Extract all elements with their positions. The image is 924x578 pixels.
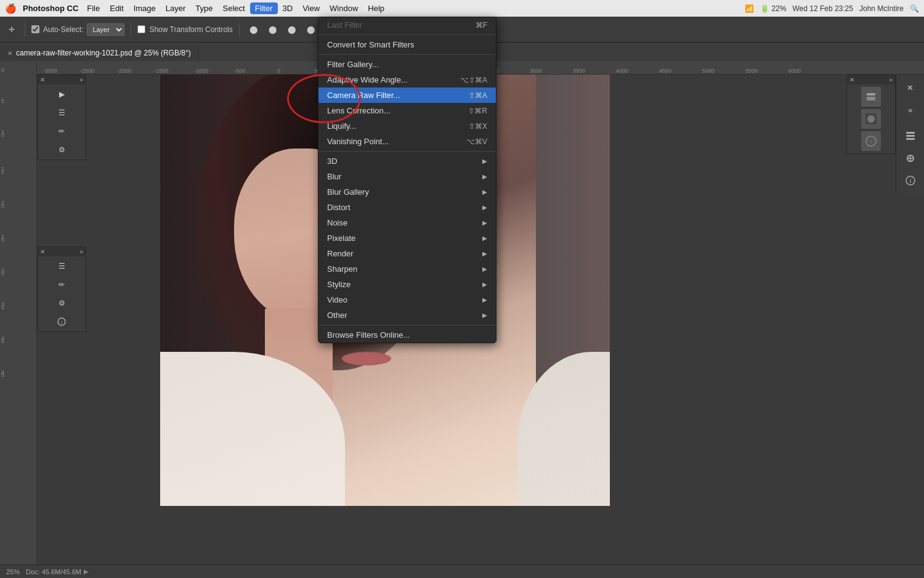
char-mini-panel: ✕ » ☰ ✏ ⚙ i — [37, 246, 86, 332]
panels-close-btn[interactable]: ✕ — [900, 77, 921, 98]
filter-video[interactable]: Video ▶ — [318, 292, 496, 307]
info-icon: i — [905, 175, 916, 186]
ruler-v-mark: 5 — [1, 169, 4, 175]
menu-sep-1 — [318, 35, 496, 35]
char-close[interactable]: ✕ — [40, 248, 45, 255]
sep3 — [239, 23, 240, 36]
menu-window[interactable]: Window — [325, 2, 363, 14]
zoom-level: 25% — [6, 568, 20, 576]
layers-item-1[interactable] — [861, 87, 881, 107]
status-doc-info: Doc: 45.6M/45.6M — [26, 568, 81, 576]
panels-expand-btn[interactable]: » — [900, 99, 921, 120]
submenu-arrow-pixelate: ▶ — [482, 235, 487, 242]
history-settings-btn[interactable]: ⚙ — [53, 141, 70, 158]
filter-distort[interactable]: Distort ▶ — [318, 200, 496, 215]
filter-pixelate[interactable]: Pixelate ▶ — [318, 230, 496, 246]
submenu-arrow-video: ▶ — [482, 296, 487, 303]
char-expand[interactable]: » — [79, 248, 83, 255]
svg-rect-9 — [867, 97, 875, 100]
filter-noise[interactable]: Noise ▶ — [318, 215, 496, 230]
layer-thumbnail2-icon — [865, 113, 877, 125]
ruler-mark: 6000 — [788, 68, 801, 74]
filter-vanishing-point[interactable]: Vanishing Point... ⌥⌘V — [318, 134, 496, 149]
filter-liquify[interactable]: Liquify... ⇧⌘X — [318, 118, 496, 134]
menu-edit[interactable]: Edit — [105, 2, 128, 14]
menu-help[interactable]: Help — [363, 2, 389, 14]
layers-expand[interactable]: » — [889, 76, 893, 83]
filter-other[interactable]: Other ▶ — [318, 307, 496, 323]
adjustments-icon — [905, 153, 916, 164]
noise-label: Noise — [327, 218, 482, 227]
filter-3d[interactable]: 3D ▶ — [318, 153, 496, 169]
svg-rect-0 — [906, 138, 915, 140]
apple-menu[interactable]: 🍎 — [5, 3, 17, 14]
last-filter-shortcut: ⌘F — [476, 21, 487, 30]
status-arrow[interactable]: ▶ — [84, 568, 89, 575]
char-settings-btn[interactable]: ⚙ — [53, 295, 70, 312]
history-header: ✕ » — [38, 75, 86, 84]
auto-select-label: Auto-Select: — [43, 25, 83, 34]
ruler-mark: 4500 — [659, 68, 671, 74]
menu-sep-3 — [318, 151, 496, 152]
history-play-btn[interactable]: ▶ — [53, 86, 70, 103]
menu-file[interactable]: File — [82, 2, 105, 14]
filter-browse-online[interactable]: Browse Filters Online... — [318, 327, 496, 343]
history-list-btn[interactable]: ☰ — [53, 104, 70, 121]
menu-3d[interactable]: 3D — [278, 2, 298, 14]
search-icon[interactable]: 🔍 — [910, 4, 919, 13]
menu-image[interactable]: Image — [129, 2, 161, 14]
filter-blur-gallery[interactable]: Blur Gallery ▶ — [318, 184, 496, 200]
history-close[interactable]: ✕ — [40, 76, 45, 83]
filter-lens-correction[interactable]: Lens Correction... ⇧⌘R — [318, 103, 496, 118]
menu-layer[interactable]: Layer — [161, 2, 191, 14]
char-edit-btn[interactable]: ✏ — [53, 276, 70, 293]
adjustments-panel-btn[interactable] — [900, 148, 921, 169]
layers-header: ✕ » — [847, 75, 895, 84]
layers-item-2[interactable] — [861, 109, 881, 129]
sep1 — [25, 23, 25, 36]
tab-close-icon[interactable]: ✕ — [7, 50, 12, 57]
tab-main[interactable]: ✕ camera-raw-filter-working-1021.psd @ 2… — [0, 45, 199, 61]
auto-select-checkbox[interactable] — [31, 25, 39, 33]
filter-blur[interactable]: Blur ▶ — [318, 169, 496, 184]
menu-select[interactable]: Select — [217, 2, 249, 14]
ruler-mark: 5500 — [745, 68, 758, 74]
svg-text:i: i — [909, 178, 911, 184]
align-right-icon[interactable]: ⬤ — [284, 23, 299, 36]
filter-gallery[interactable]: Filter Gallery... — [318, 57, 496, 72]
menu-type[interactable]: Type — [190, 2, 217, 14]
filter-camera-raw[interactable]: Camera Raw Filter... ⇧⌘A — [318, 88, 496, 103]
layers-mini-panel: ✕ » i — [846, 75, 896, 154]
app-name[interactable]: Photoshop CC — [23, 4, 78, 13]
menu-filter[interactable]: Filter — [250, 2, 278, 14]
filter-adaptive-wide[interactable]: Adaptive Wide Angle... ⌥⇧⌘A — [318, 72, 496, 88]
user-name: John McIntire — [859, 4, 904, 13]
filter-convert-smart[interactable]: Convert for Smart Filters — [318, 37, 496, 52]
filter-stylize[interactable]: Stylize ▶ — [318, 277, 496, 292]
pixelate-label: Pixelate — [327, 234, 482, 243]
svg-text:i: i — [870, 139, 872, 145]
distribute-icon[interactable]: ⬤ — [303, 23, 318, 36]
layers-item-3[interactable]: i — [861, 131, 881, 151]
history-edit-btn[interactable]: ✏ — [53, 123, 70, 140]
lips — [342, 352, 391, 365]
layers-panel-btn[interactable] — [900, 126, 921, 147]
filter-sharpen[interactable]: Sharpen ▶ — [318, 261, 496, 277]
filter-render[interactable]: Render ▶ — [318, 246, 496, 261]
align-left-icon[interactable]: ⬤ — [246, 23, 261, 36]
layers-close[interactable]: ✕ — [849, 76, 854, 83]
info-panel-btn[interactable]: i — [900, 170, 921, 191]
ruler-mark: -2000 — [117, 68, 131, 74]
history-expand[interactable]: » — [79, 76, 83, 83]
char-info-btn[interactable]: i — [53, 313, 70, 330]
menubar: 🍎 Photoshop CC File Edit Image Layer Typ… — [0, 0, 924, 17]
ruler-v-mark: 5 — [1, 237, 4, 243]
auto-select-dropdown[interactable]: Layer Group — [87, 23, 124, 36]
menu-view[interactable]: View — [298, 2, 325, 14]
svg-rect-2 — [906, 132, 915, 134]
char-list-btn[interactable]: ☰ — [53, 258, 70, 275]
align-center-icon[interactable]: ⬤ — [265, 23, 280, 36]
ruler-v-mark: 5 — [1, 372, 4, 378]
transform-checkbox[interactable] — [137, 25, 145, 33]
ruler-mark: -1500 — [154, 68, 168, 74]
